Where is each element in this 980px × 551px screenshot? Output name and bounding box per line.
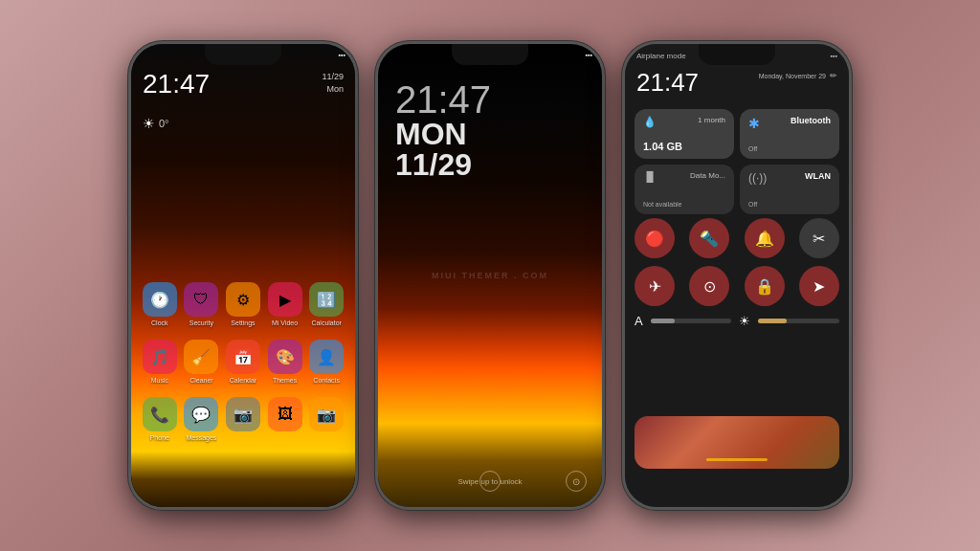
app-gallery[interactable]: 🖼 (266, 397, 304, 441)
cc-bluetooth-header: ✱ Bluetooth (748, 116, 831, 131)
cc-btn-airplane[interactable]: ✈ (635, 266, 675, 306)
cc-data-value: 1.04 GB (643, 141, 725, 152)
music-progress-bar (706, 458, 768, 461)
airplane-mode-label: Airplane mode (636, 52, 686, 60)
cc-edit-icon[interactable]: ✏ (830, 71, 837, 80)
text-size-icon: A (635, 314, 643, 328)
cc-mobile-status: Not available (643, 201, 725, 208)
lock-day: MON (395, 119, 491, 149)
text-slider-fill (651, 319, 675, 323)
app-label: Clock (151, 320, 168, 326)
cc-btn-lock[interactable]: 🔒 (745, 266, 785, 306)
app-label: Security (189, 320, 213, 326)
cc-wlan-title: WLAN (805, 171, 831, 181)
camera-shortcut-icon[interactable]: ⊙ (566, 471, 587, 492)
weather-widget: ☀ 0° (143, 116, 169, 131)
control-center-display: Airplane mode ▪▪▪ 21:47 Monday, November… (625, 44, 849, 507)
brightness-slider-fill (758, 319, 787, 323)
app-label: Cleaner (189, 377, 213, 384)
cc-mobile-header: ▐▌ Data Mo... (643, 171, 725, 182)
cc-tile-bluetooth[interactable]: ✱ Bluetooth Off (740, 109, 839, 159)
lock-date: 11/29 (395, 149, 491, 180)
app-security[interactable]: 🛡 Security (182, 282, 220, 326)
app-mi-video[interactable]: ▶ Mi Video (266, 282, 304, 326)
day-name: Mon (322, 83, 344, 96)
cc-tiles-grid: 💧 1 month 1.04 GB ✱ Bluetooth Off ▐▌ Dat… (635, 109, 839, 214)
app-phone[interactable]: 📞 Phone (141, 397, 179, 441)
cc-tile-mobile-data[interactable]: ▐▌ Data Mo... Not available (635, 165, 734, 214)
lock-status-bar: ▪▪▪ (586, 52, 592, 58)
app-contacts[interactable]: 👤 Contacts (307, 340, 345, 384)
app-label: Messages (186, 434, 216, 441)
cc-btn-screenshot[interactable]: ✂ (799, 218, 839, 258)
status-bar: ▪▪▪ (339, 52, 345, 58)
cc-btn-bell[interactable]: 🔔 (745, 218, 785, 258)
cc-tile-wlan[interactable]: ((·)) WLAN Off (740, 165, 839, 214)
app-icon-img: 🎵 (143, 340, 177, 374)
app-icon-img: 📷 (226, 397, 260, 431)
text-slider-track[interactable] (651, 319, 732, 323)
cc-date-display: Monday, November 29 ✏ (759, 71, 837, 80)
cc-battery-icon: ▪▪▪ (831, 53, 837, 59)
app-label: Calculator (311, 320, 342, 326)
cc-btn-dnd[interactable]: 🔴 (635, 218, 675, 258)
app-icon-img: 🧹 (184, 340, 218, 374)
app-icon-img: ⚙ (226, 282, 260, 317)
signal-icon: ▐▌ (643, 171, 657, 182)
app-row-2: 🎵 Music 🧹 Cleaner 📅 Calendar 🎨 Themes 👤 (139, 340, 347, 384)
date-number: 11/29 (322, 71, 344, 83)
app-label: Phone (150, 434, 169, 441)
cc-date-text: Monday, November 29 (759, 73, 826, 79)
app-icon-img: 🎨 (268, 340, 302, 374)
app-label: Themes (273, 377, 297, 384)
app-calendar[interactable]: 📅 Calendar (224, 340, 262, 384)
cc-btn-flashlight[interactable]: 🔦 (689, 218, 729, 258)
cc-bluetooth-status: Off (748, 145, 831, 152)
sun-icon: ☀ (739, 314, 750, 328)
app-icon-img: 🕐 (143, 282, 177, 317)
app-label: Calendar (230, 377, 256, 384)
cc-sliders-area: A ☀ (635, 314, 839, 328)
lock-time-display: 21:47 MON 11/29 (395, 80, 491, 180)
cc-btn-brightness-toggle[interactable]: ⊙ (689, 266, 729, 306)
app-icon-img: ▶ (268, 282, 302, 317)
cc-music-player[interactable] (635, 416, 839, 469)
app-icon-img: 📷 (309, 397, 344, 431)
app-label: Settings (231, 320, 255, 326)
phone-home-screen: ▪▪▪ 21:47 11/29 Mon ☀ 0° 🕐 Clock 🛡 (128, 41, 358, 510)
app-camera[interactable]: 📷 (224, 397, 262, 441)
app-themes[interactable]: 🎨 Themes (266, 340, 304, 384)
weather-icon: ☀ (143, 116, 155, 131)
app-calculator[interactable]: 🔢 Calculator (307, 282, 345, 326)
time-date-area: 21:47 11/29 Mon (143, 71, 344, 98)
cc-quick-buttons-row1: 🔴 🔦 🔔 ✂ (635, 218, 839, 258)
cc-wlan-header: ((·)) WLAN (748, 171, 831, 185)
app-music[interactable]: 🎵 Music (141, 340, 179, 384)
cc-quick-buttons-row2: ✈ ⊙ 🔒 ➤ (635, 266, 839, 306)
cc-data-title: 1 month (698, 116, 725, 124)
wifi-icon: ((·)) (748, 171, 767, 185)
lock-clock: 21:47 (395, 80, 491, 119)
date-display: 11/29 Mon (322, 71, 344, 95)
cc-data-icon: 💧 (643, 116, 657, 128)
app-row-1: 🕐 Clock 🛡 Security ⚙ Settings ▶ Mi Video… (139, 282, 347, 326)
cc-tile-data[interactable]: 💧 1 month 1.04 GB (635, 109, 734, 159)
app-label: Mi Video (272, 320, 298, 326)
home-indicator (479, 471, 501, 492)
app-icon-img: 📅 (226, 340, 260, 374)
battery-icon: ▪▪▪ (339, 52, 345, 58)
app-label: Music (151, 377, 168, 384)
app-settings[interactable]: ⚙ Settings (224, 282, 262, 326)
temperature: 0° (159, 118, 169, 129)
bluetooth-icon: ✱ (748, 116, 760, 131)
cc-btn-location[interactable]: ➤ (799, 266, 839, 306)
app-icon-img: 📞 (143, 397, 177, 431)
app-cleaner[interactable]: 🧹 Cleaner (182, 340, 220, 384)
app-messages[interactable]: 💬 Messages (182, 397, 220, 441)
brightness-slider-track[interactable] (758, 319, 839, 323)
app-grid: 🕐 Clock 🛡 Security ⚙ Settings ▶ Mi Video… (139, 282, 347, 454)
app-clock[interactable]: 🕐 Clock (141, 282, 179, 326)
app-extra[interactable]: 📷 (307, 397, 345, 441)
lock-battery-icon: ▪▪▪ (586, 52, 592, 58)
clock-display: 21:47 (143, 71, 210, 98)
